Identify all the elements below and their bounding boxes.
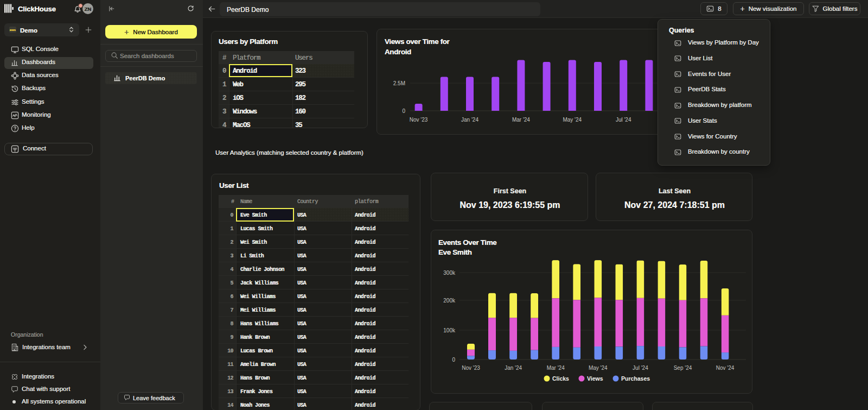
svg-text:May '24: May '24 xyxy=(589,365,608,371)
svg-text:2.5M: 2.5M xyxy=(393,80,405,86)
svg-text:Nov '23: Nov '23 xyxy=(462,365,480,371)
svg-text:Jul '24: Jul '24 xyxy=(616,117,631,123)
svg-text:200k: 200k xyxy=(443,298,456,304)
svg-text:Sep '24: Sep '24 xyxy=(674,365,692,371)
svg-text:Views: Views xyxy=(587,375,603,382)
svg-text:0: 0 xyxy=(402,108,405,114)
svg-text:Jan '24: Jan '24 xyxy=(461,117,478,123)
svg-text:Mar '24: Mar '24 xyxy=(547,365,565,371)
svg-text:100k: 100k xyxy=(443,327,456,333)
svg-text:Jul '24: Jul '24 xyxy=(633,365,648,371)
svg-text:0: 0 xyxy=(452,357,455,363)
svg-text:Nov '24: Nov '24 xyxy=(716,365,735,371)
svg-text:Nov '23: Nov '23 xyxy=(410,117,428,123)
svg-text:Jan '24: Jan '24 xyxy=(505,365,522,371)
svg-text:Mar '24: Mar '24 xyxy=(512,117,530,123)
svg-text:May '24: May '24 xyxy=(563,117,582,123)
svg-text:300k: 300k xyxy=(443,270,456,276)
svg-text:Purchases: Purchases xyxy=(621,375,650,382)
svg-text:Clicks: Clicks xyxy=(552,375,569,382)
